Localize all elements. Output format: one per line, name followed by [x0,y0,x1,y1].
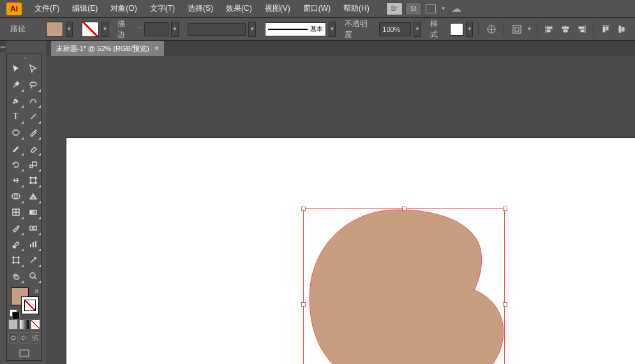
color-mode-gradient[interactable] [19,319,29,330]
brush-dropdown[interactable]: ▼ [329,22,336,37]
line-tool[interactable] [24,108,41,124]
stroke-weight-caret[interactable]: ⌃ [137,26,142,32]
svg-rect-45 [33,335,38,340]
handle-n[interactable] [402,207,407,211]
align-top-icon[interactable] [600,22,612,36]
menu-type[interactable]: 文字(T) [144,0,181,18]
stroke-color[interactable] [21,296,39,314]
svg-point-40 [30,273,35,278]
svg-point-35 [14,247,15,248]
ellipse-tool[interactable] [7,124,24,140]
handle-nw[interactable] [301,207,306,211]
svg-rect-44 [24,336,27,340]
svg-point-18 [30,82,36,86]
perspective-grid-tool[interactable] [24,188,41,204]
graphic-style-swatch[interactable] [450,23,463,36]
handle-ne[interactable] [503,207,507,211]
selection-bounding-box[interactable] [303,208,505,364]
tools-grip[interactable]: « [7,54,41,61]
variable-width-profile[interactable] [188,23,246,36]
pencil-tool[interactable] [7,140,24,156]
tools-panel: « T [6,54,42,361]
menu-window[interactable]: 窗口(W) [297,0,337,18]
menu-view[interactable]: 视图(V) [258,0,297,18]
artboard-tool[interactable] [7,252,24,268]
chevron-down-icon[interactable]: ▼ [441,6,446,11]
opacity-input[interactable] [379,22,411,36]
document-tab[interactable]: 未标题-1* @ 52% (RGB/预览) × [51,41,164,56]
stock-icon[interactable]: St [405,3,422,15]
stroke-dropdown[interactable]: ▼ [101,22,109,37]
zoom-tool[interactable] [24,268,41,284]
slice-tool[interactable] [24,252,41,268]
svg-rect-17 [622,27,624,31]
svg-rect-47 [20,350,29,356]
svg-point-20 [13,130,19,135]
selection-tool[interactable] [7,61,24,76]
menu-edit[interactable]: 编辑(E) [66,0,104,18]
menu-help[interactable]: 帮助(H) [337,0,376,18]
recolor-icon[interactable] [484,22,498,36]
brush-definition[interactable]: 基本 [265,22,326,36]
handle-e[interactable] [503,302,507,307]
symbol-sprayer-tool[interactable] [7,236,24,252]
color-mode-solid[interactable] [8,319,18,330]
align-right-icon[interactable] [576,22,588,36]
blend-tool[interactable] [24,220,41,236]
vwp-dropdown[interactable]: ▼ [248,22,256,37]
svg-rect-10 [579,27,584,29]
align-to-caret[interactable]: ▼ [527,26,532,32]
arrange-documents-icon[interactable] [424,3,438,15]
free-transform-tool[interactable] [24,172,41,188]
sync-icon[interactable]: ☁ [451,3,461,15]
align-vcenter-icon[interactable] [616,22,628,36]
lasso-tool[interactable] [24,76,41,92]
menu-file[interactable]: 文件(F) [28,0,66,18]
screen-mode-button[interactable] [7,346,41,360]
opacity-dropdown[interactable]: ▼ [414,22,421,37]
align-left-icon[interactable] [543,22,555,36]
curvature-tool[interactable] [24,92,41,108]
rotate-tool[interactable] [7,156,24,172]
eyedropper-tool[interactable] [7,220,24,236]
opacity-label[interactable]: 不透明度 [345,18,374,40]
fill-swatch[interactable] [46,22,63,37]
color-mode-none[interactable] [31,319,40,330]
gradient-tool[interactable] [24,204,41,220]
align-hcenter-icon[interactable] [559,22,571,36]
panel-expand-handle[interactable]: ▸▸ [0,41,6,52]
draw-normal[interactable] [8,332,18,344]
brush-tool[interactable] [24,124,41,140]
eraser-tool[interactable] [24,140,41,156]
menu-object[interactable]: 对象(O) [104,0,143,18]
align-to-icon[interactable] [509,22,524,36]
control-bar: 路径 ▼ ▼ 描边 ⌃ ▼ ▼ 基本 ▼ 不透明度 ▼ 样式 ▼ ▼ [0,18,635,41]
stroke-swatch[interactable] [82,22,99,37]
canvas[interactable] [46,56,635,364]
style-dropdown[interactable]: ▼ [466,22,474,37]
stroke-weight-input[interactable] [144,22,168,36]
pen-tool[interactable] [7,92,24,108]
mesh-tool[interactable] [7,204,24,220]
svg-line-19 [31,114,36,119]
style-label[interactable]: 样式 [430,18,445,40]
width-tool[interactable] [7,172,24,188]
fill-dropdown[interactable]: ▼ [66,22,73,37]
column-graph-tool[interactable] [24,236,41,252]
menu-select[interactable]: 选择(S) [181,0,220,18]
magic-wand-tool[interactable] [7,76,24,92]
draw-inside[interactable] [31,332,40,344]
shape-builder-tool[interactable] [7,188,24,204]
tab-close-icon[interactable]: × [154,44,159,53]
stroke-label[interactable]: 描边 [117,18,132,40]
stroke-weight-dropdown[interactable]: ▼ [171,22,179,37]
menu-effect[interactable]: 效果(C) [220,0,258,18]
draw-behind[interactable] [19,332,29,344]
scale-tool[interactable] [24,156,41,172]
direct-selection-tool[interactable] [24,61,41,76]
swap-fill-stroke-icon[interactable]: ⤭ [34,288,39,295]
bridge-icon[interactable]: Br [386,3,403,15]
type-tool[interactable]: T [7,108,24,124]
handle-w[interactable] [301,302,306,307]
hand-tool[interactable] [7,268,24,284]
